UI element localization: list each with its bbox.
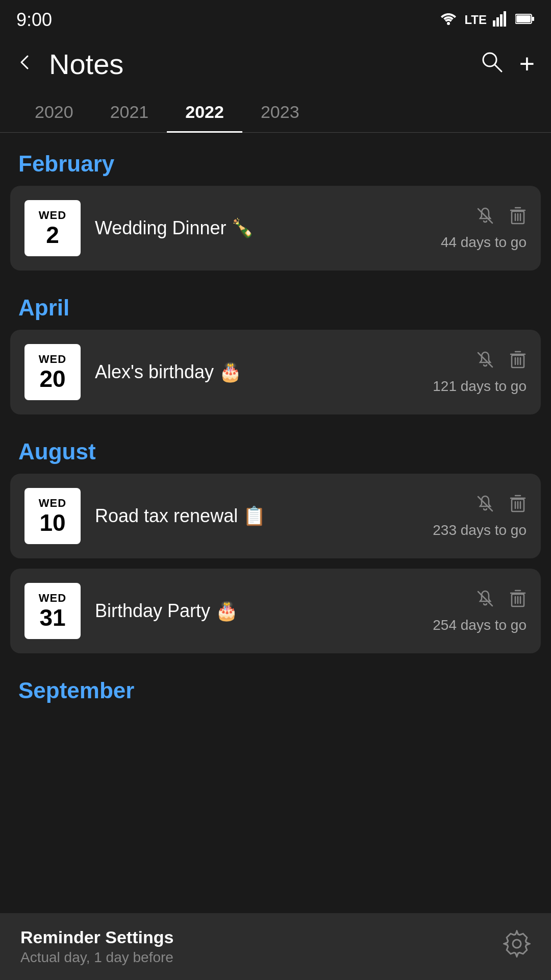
svg-line-25 (478, 592, 492, 606)
wifi-icon (439, 11, 458, 29)
note-actions (475, 589, 527, 613)
battery-icon (515, 13, 535, 27)
svg-rect-7 (516, 15, 531, 22)
note-actions (475, 494, 527, 518)
back-button[interactable] (16, 53, 35, 75)
note-right: 254 days to go (424, 589, 527, 633)
note-text: Alex's birthday 🎂 (95, 361, 424, 383)
svg-rect-3 (500, 14, 503, 27)
note-card-alex-birthday[interactable]: WED 20 Alex's birthday 🎂 (10, 330, 541, 414)
bottom-bar: Reminder Settings Actual day, 1 day befo… (0, 913, 551, 980)
mute-bell-icon[interactable] (475, 494, 495, 518)
note-text: Wedding Dinner 🍾 (95, 217, 424, 239)
reminder-settings-text: Reminder Settings Actual day, 1 day befo… (20, 927, 173, 966)
note-actions (475, 350, 527, 374)
mute-bell-icon[interactable] (475, 206, 495, 230)
header-actions: + (480, 50, 535, 78)
status-time: 9:00 (16, 9, 52, 31)
svg-rect-1 (493, 20, 495, 27)
note-right: 44 days to go (424, 206, 527, 251)
status-bar: 9:00 LTE (0, 0, 551, 36)
tab-2021[interactable]: 2021 (92, 92, 167, 132)
svg-point-0 (447, 22, 450, 25)
tab-2022[interactable]: 2022 (167, 92, 242, 132)
svg-point-30 (513, 940, 521, 948)
status-icons: LTE (439, 11, 535, 29)
note-card-wedding-dinner[interactable]: WED 2 Wedding Dinner 🍾 (10, 186, 541, 271)
svg-rect-4 (504, 11, 506, 27)
note-countdown: 254 days to go (433, 617, 527, 633)
mute-bell-icon[interactable] (475, 350, 495, 374)
header: Notes + (0, 36, 551, 92)
reminder-settings-title: Reminder Settings (20, 927, 173, 947)
reminder-settings-subtitle: Actual day, 1 day before (20, 949, 173, 966)
day-num: 2 (46, 222, 59, 248)
svg-line-15 (478, 353, 492, 367)
delete-icon[interactable] (509, 206, 527, 230)
add-button[interactable]: + (519, 51, 535, 77)
svg-rect-6 (532, 17, 534, 21)
day-name: WED (39, 209, 66, 222)
note-card-road-tax[interactable]: WED 10 Road tax renewal 📋 (10, 474, 541, 558)
day-name: WED (39, 592, 66, 605)
settings-gear-button[interactable] (503, 930, 531, 964)
note-title: Birthday Party 🎂 (95, 600, 424, 622)
svg-line-20 (478, 497, 492, 511)
delete-icon[interactable] (509, 589, 527, 613)
day-name: WED (39, 497, 66, 510)
note-card-birthday-party[interactable]: WED 31 Birthday Party 🎂 (10, 569, 541, 653)
note-title: Wedding Dinner 🍾 (95, 217, 424, 239)
month-header-april: April (10, 281, 541, 330)
note-title: Alex's birthday 🎂 (95, 361, 424, 383)
svg-rect-2 (496, 17, 499, 27)
note-title: Road tax renewal 📋 (95, 505, 424, 527)
delete-icon[interactable] (509, 350, 527, 374)
note-countdown: 44 days to go (441, 234, 527, 251)
search-button[interactable] (480, 50, 503, 78)
month-header-february: February (10, 137, 541, 186)
tab-2023[interactable]: 2023 (242, 92, 318, 132)
date-badge: WED 2 (24, 200, 81, 256)
note-actions (475, 206, 527, 230)
note-text: Birthday Party 🎂 (95, 600, 424, 622)
note-text: Road tax renewal 📋 (95, 505, 424, 527)
content-area: February WED 2 Wedding Dinner 🍾 (0, 137, 551, 794)
note-right: 121 days to go (424, 350, 527, 395)
svg-line-9 (495, 65, 502, 71)
page-title: Notes (49, 47, 480, 81)
note-countdown: 121 days to go (433, 378, 527, 395)
date-badge: WED 20 (24, 344, 81, 400)
note-countdown: 233 days to go (433, 522, 527, 538)
note-right: 233 days to go (424, 494, 527, 538)
month-header-august: August (10, 425, 541, 474)
svg-line-10 (478, 209, 492, 223)
day-num: 10 (39, 510, 65, 536)
mute-bell-icon[interactable] (475, 589, 495, 613)
date-badge: WED 10 (24, 488, 81, 544)
day-name: WED (39, 353, 66, 366)
lte-icon: LTE (464, 13, 487, 27)
day-num: 20 (39, 366, 65, 392)
signal-icon (493, 11, 509, 29)
month-header-september: September (10, 664, 541, 713)
year-tabs: 2020 2021 2022 2023 (0, 92, 551, 133)
date-badge: WED 31 (24, 583, 81, 639)
tab-2020[interactable]: 2020 (16, 92, 92, 132)
day-num: 31 (39, 605, 65, 631)
delete-icon[interactable] (509, 494, 527, 518)
